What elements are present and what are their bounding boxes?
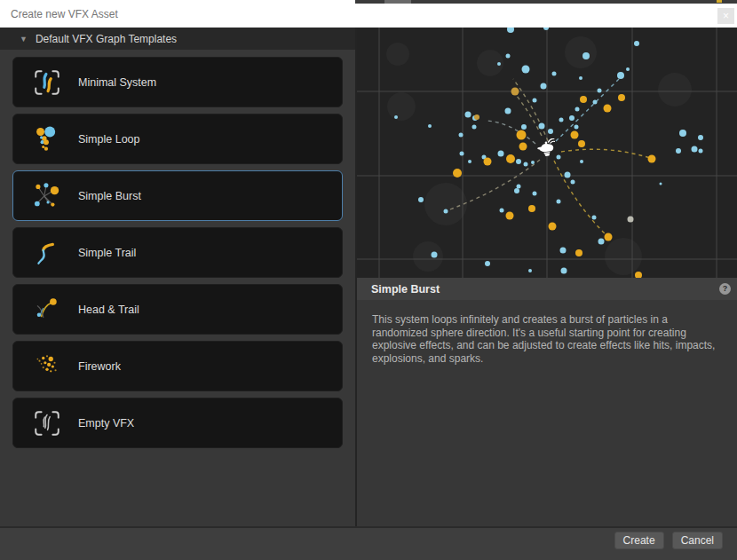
template-item-simple-trail[interactable]: Simple Trail <box>12 227 343 278</box>
head-trail-icon <box>32 295 62 325</box>
dialog-footer: Create Cancel <box>0 526 737 560</box>
template-item-label: Simple Burst <box>78 190 141 202</box>
dialog-title: Create new VFX Asset <box>11 8 118 20</box>
template-item-label: Simple Trail <box>78 247 136 259</box>
template-item-firework[interactable]: Firework <box>12 341 343 391</box>
template-info-title: Simple Burst <box>371 283 719 296</box>
template-description: This system loops infinitely and creates… <box>372 313 720 365</box>
create-vfx-asset-dialog: Create new VFX Asset × ▼ Default VFX Gra… <box>0 0 737 560</box>
vfx-preview-viewport[interactable] <box>357 28 737 278</box>
template-item-label: Head & Trail <box>78 304 139 316</box>
help-icon[interactable]: ? <box>719 283 731 295</box>
background-window-edge <box>355 0 737 4</box>
template-item-head-trail[interactable]: Head & Trail <box>12 284 343 335</box>
foldout-triangle-icon: ▼ <box>20 35 28 43</box>
template-item-simple-loop[interactable]: Simple Loop <box>12 114 343 164</box>
template-item-empty-vfx[interactable]: Empty VFX <box>12 398 343 448</box>
background-window-tab <box>384 0 411 4</box>
simple-trail-icon <box>32 238 62 268</box>
template-info-body: This system loops infinitely and creates… <box>357 300 737 526</box>
vfx-lamp-icon <box>535 138 560 160</box>
firework-icon <box>32 351 62 382</box>
close-icon[interactable]: × <box>717 8 734 24</box>
cancel-button[interactable]: Cancel <box>672 532 723 549</box>
template-list-panel: ▼ Default VFX Graph Templates <box>0 28 355 526</box>
simple-loop-icon <box>32 124 62 154</box>
dialog-titlebar: Create new VFX Asset × <box>0 0 737 28</box>
simple-burst-icon <box>32 181 62 211</box>
detail-panel: Simple Burst ? This system loops infinit… <box>357 28 737 526</box>
template-item-label: Simple Loop <box>78 133 140 146</box>
empty-vfx-icon <box>32 408 62 438</box>
template-item-minimal-system[interactable]: Minimal System <box>12 57 343 107</box>
template-info-header: Simple Burst ? <box>357 278 737 300</box>
background-window-marker <box>717 0 722 3</box>
template-item-simple-burst[interactable]: Simple Burst <box>12 170 343 221</box>
template-item-label: Firework <box>78 360 121 373</box>
create-button[interactable]: Create <box>614 532 664 549</box>
minimal-system-icon <box>32 67 62 98</box>
templates-foldout-header[interactable]: ▼ Default VFX Graph Templates <box>0 28 355 50</box>
template-cards: Minimal System Simple Loop <box>0 50 355 448</box>
template-item-label: Minimal System <box>78 76 156 89</box>
templates-header-label: Default VFX Graph Templates <box>36 33 177 45</box>
template-item-label: Empty VFX <box>78 417 134 430</box>
